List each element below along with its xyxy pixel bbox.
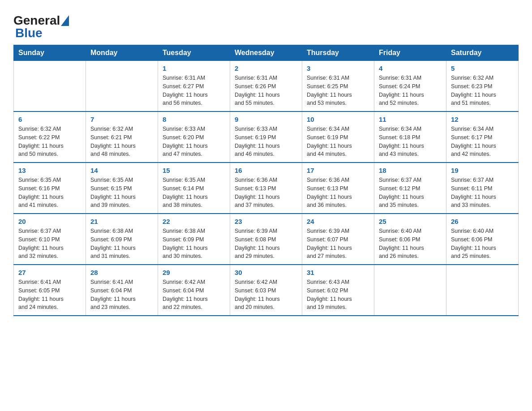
day-info: Sunrise: 6:34 AMSunset: 6:18 PMDaylight:…	[379, 125, 442, 158]
day-number: 15	[163, 167, 225, 174]
day-info: Sunrise: 6:38 AMSunset: 6:09 PMDaylight:…	[90, 227, 153, 261]
calendar-cell: 28Sunrise: 6:41 AMSunset: 6:04 PMDayligh…	[86, 265, 158, 316]
day-number: 31	[307, 269, 369, 276]
day-number: 25	[379, 218, 442, 225]
calendar-cell: 6Sunrise: 6:32 AMSunset: 6:22 PMDaylight…	[14, 111, 86, 163]
day-number: 17	[307, 167, 369, 174]
calendar-cell: 1Sunrise: 6:31 AMSunset: 6:27 PMDaylight…	[158, 61, 230, 112]
header-friday: Friday	[374, 45, 446, 61]
calendar-cell: 4Sunrise: 6:31 AMSunset: 6:24 PMDaylight…	[374, 61, 446, 112]
calendar-cell: 30Sunrise: 6:42 AMSunset: 6:03 PMDayligh…	[230, 265, 302, 316]
day-info: Sunrise: 6:37 AMSunset: 6:11 PMDaylight:…	[451, 176, 514, 210]
day-number: 23	[235, 218, 297, 225]
calendar-cell: 17Sunrise: 6:36 AMSunset: 6:13 PMDayligh…	[302, 163, 374, 214]
page-header: General Blue	[13, 9, 519, 40]
day-info: Sunrise: 6:35 AMSunset: 6:15 PMDaylight:…	[90, 176, 153, 210]
day-info: Sunrise: 6:35 AMSunset: 6:16 PMDaylight:…	[18, 176, 81, 210]
day-number: 19	[451, 167, 514, 174]
day-info: Sunrise: 6:34 AMSunset: 6:17 PMDaylight:…	[451, 125, 514, 158]
calendar-week-5: 27Sunrise: 6:41 AMSunset: 6:05 PMDayligh…	[14, 265, 519, 316]
day-number: 6	[18, 116, 81, 123]
day-info: Sunrise: 6:35 AMSunset: 6:14 PMDaylight:…	[163, 176, 225, 210]
calendar-week-2: 6Sunrise: 6:32 AMSunset: 6:22 PMDaylight…	[14, 111, 519, 163]
calendar-cell: 8Sunrise: 6:33 AMSunset: 6:20 PMDaylight…	[158, 111, 230, 163]
day-info: Sunrise: 6:40 AMSunset: 6:06 PMDaylight:…	[379, 227, 442, 261]
day-info: Sunrise: 6:38 AMSunset: 6:09 PMDaylight:…	[163, 227, 225, 261]
day-info: Sunrise: 6:34 AMSunset: 6:19 PMDaylight:…	[307, 125, 369, 158]
header-wednesday: Wednesday	[230, 45, 302, 61]
calendar-cell: 19Sunrise: 6:37 AMSunset: 6:11 PMDayligh…	[446, 163, 519, 214]
day-info: Sunrise: 6:36 AMSunset: 6:13 PMDaylight:…	[307, 176, 369, 210]
logo: General Blue	[13, 13, 69, 40]
day-number: 1	[163, 64, 225, 72]
day-number: 7	[90, 116, 153, 123]
svg-marker-0	[61, 15, 69, 26]
header-tuesday: Tuesday	[158, 45, 230, 61]
logo-blue-text: Blue	[15, 26, 43, 40]
day-info: Sunrise: 6:40 AMSunset: 6:06 PMDaylight:…	[451, 227, 514, 261]
day-number: 10	[307, 116, 369, 123]
calendar-week-3: 13Sunrise: 6:35 AMSunset: 6:16 PMDayligh…	[14, 163, 519, 214]
day-info: Sunrise: 6:42 AMSunset: 6:04 PMDaylight:…	[163, 278, 225, 312]
day-number: 20	[18, 218, 81, 225]
day-info: Sunrise: 6:32 AMSunset: 6:22 PMDaylight:…	[18, 125, 81, 158]
day-number: 18	[379, 167, 442, 174]
day-info: Sunrise: 6:43 AMSunset: 6:02 PMDaylight:…	[307, 278, 369, 312]
calendar-cell: 7Sunrise: 6:32 AMSunset: 6:21 PMDaylight…	[86, 111, 158, 163]
calendar-cell: 24Sunrise: 6:39 AMSunset: 6:07 PMDayligh…	[302, 214, 374, 265]
calendar-cell: 31Sunrise: 6:43 AMSunset: 6:02 PMDayligh…	[302, 265, 374, 316]
day-info: Sunrise: 6:36 AMSunset: 6:13 PMDaylight:…	[235, 176, 297, 210]
day-info: Sunrise: 6:31 AMSunset: 6:25 PMDaylight:…	[307, 74, 369, 107]
calendar-cell: 29Sunrise: 6:42 AMSunset: 6:04 PMDayligh…	[158, 265, 230, 316]
day-info: Sunrise: 6:32 AMSunset: 6:23 PMDaylight:…	[451, 74, 514, 107]
calendar-week-1: 1Sunrise: 6:31 AMSunset: 6:27 PMDaylight…	[14, 61, 519, 112]
calendar-header-row: SundayMondayTuesdayWednesdayThursdayFrid…	[14, 45, 519, 61]
calendar-cell: 12Sunrise: 6:34 AMSunset: 6:17 PMDayligh…	[446, 111, 519, 163]
day-info: Sunrise: 6:31 AMSunset: 6:24 PMDaylight:…	[379, 74, 442, 107]
day-number: 24	[307, 218, 369, 225]
header-sunday: Sunday	[14, 45, 86, 61]
header-saturday: Saturday	[446, 45, 519, 61]
day-number: 28	[90, 269, 153, 276]
calendar-cell: 16Sunrise: 6:36 AMSunset: 6:13 PMDayligh…	[230, 163, 302, 214]
logo-triangle-icon	[61, 15, 69, 26]
calendar-week-4: 20Sunrise: 6:37 AMSunset: 6:10 PMDayligh…	[14, 214, 519, 265]
day-info: Sunrise: 6:31 AMSunset: 6:26 PMDaylight:…	[235, 74, 297, 107]
calendar-cell: 3Sunrise: 6:31 AMSunset: 6:25 PMDaylight…	[302, 61, 374, 112]
calendar-cell	[14, 61, 86, 112]
day-number: 26	[451, 218, 514, 225]
calendar-cell: 10Sunrise: 6:34 AMSunset: 6:19 PMDayligh…	[302, 111, 374, 163]
day-info: Sunrise: 6:37 AMSunset: 6:12 PMDaylight:…	[379, 176, 442, 210]
calendar-cell: 26Sunrise: 6:40 AMSunset: 6:06 PMDayligh…	[446, 214, 519, 265]
day-info: Sunrise: 6:41 AMSunset: 6:04 PMDaylight:…	[90, 278, 153, 312]
header-thursday: Thursday	[302, 45, 374, 61]
day-number: 22	[163, 218, 225, 225]
calendar-cell	[374, 265, 446, 316]
calendar-cell: 9Sunrise: 6:33 AMSunset: 6:19 PMDaylight…	[230, 111, 302, 163]
day-number: 12	[451, 116, 514, 123]
calendar-cell: 25Sunrise: 6:40 AMSunset: 6:06 PMDayligh…	[374, 214, 446, 265]
calendar-cell	[446, 265, 519, 316]
day-info: Sunrise: 6:37 AMSunset: 6:10 PMDaylight:…	[18, 227, 81, 261]
calendar-cell: 18Sunrise: 6:37 AMSunset: 6:12 PMDayligh…	[374, 163, 446, 214]
calendar-cell: 5Sunrise: 6:32 AMSunset: 6:23 PMDaylight…	[446, 61, 519, 112]
calendar-cell: 23Sunrise: 6:39 AMSunset: 6:08 PMDayligh…	[230, 214, 302, 265]
day-number: 3	[307, 64, 369, 72]
day-number: 4	[379, 64, 442, 72]
calendar-cell: 27Sunrise: 6:41 AMSunset: 6:05 PMDayligh…	[14, 265, 86, 316]
day-number: 21	[90, 218, 153, 225]
header-monday: Monday	[86, 45, 158, 61]
calendar-cell: 22Sunrise: 6:38 AMSunset: 6:09 PMDayligh…	[158, 214, 230, 265]
calendar-cell: 14Sunrise: 6:35 AMSunset: 6:15 PMDayligh…	[86, 163, 158, 214]
day-info: Sunrise: 6:42 AMSunset: 6:03 PMDaylight:…	[235, 278, 297, 312]
day-number: 30	[235, 269, 297, 276]
day-info: Sunrise: 6:33 AMSunset: 6:19 PMDaylight:…	[235, 125, 297, 158]
calendar-cell: 2Sunrise: 6:31 AMSunset: 6:26 PMDaylight…	[230, 61, 302, 112]
day-number: 2	[235, 64, 297, 72]
day-number: 29	[163, 269, 225, 276]
day-number: 27	[18, 269, 81, 276]
day-number: 9	[235, 116, 297, 123]
day-info: Sunrise: 6:41 AMSunset: 6:05 PMDaylight:…	[18, 278, 81, 312]
day-info: Sunrise: 6:31 AMSunset: 6:27 PMDaylight:…	[163, 74, 225, 107]
calendar-cell: 15Sunrise: 6:35 AMSunset: 6:14 PMDayligh…	[158, 163, 230, 214]
